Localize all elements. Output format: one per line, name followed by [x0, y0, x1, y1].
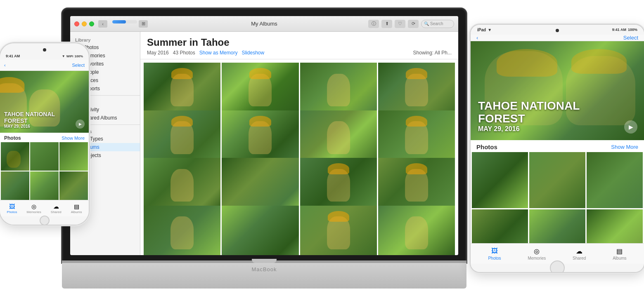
photo-cell[interactable]	[300, 158, 377, 213]
ipad-select-button[interactable]: Select	[623, 35, 638, 41]
iphone-photo[interactable]	[30, 142, 59, 171]
ipad-memories-tab-label: Memories	[528, 256, 546, 260]
album-title: Summer in Tahoe	[147, 37, 452, 48]
ipad-photo[interactable]	[529, 152, 585, 208]
photos-app: ‹ ⊞ My Albums ⓘ ⬆ ♡ ⟳ 🔍 Search	[70, 16, 458, 255]
ipad-memory-title: TAHOE NATIONALFOREST	[478, 100, 580, 125]
titlebar-actions: ⓘ ⬆ ♡ ⟳ 🔍 Search	[368, 20, 454, 28]
back-button[interactable]: ‹	[98, 20, 107, 28]
photo-cell[interactable]	[144, 158, 220, 213]
ipad-statusbar-right: 9:41 AM 100%	[612, 28, 637, 32]
albums-tab-label: Albums	[71, 210, 82, 214]
minimize-button[interactable]	[82, 21, 87, 26]
ipad-shared-tab-label: Shared	[573, 256, 586, 260]
rotate-icon[interactable]: ⟳	[408, 20, 419, 28]
ipad-section-title: Photos	[476, 143, 497, 150]
photo-cell[interactable]	[300, 63, 377, 117]
share-icon[interactable]: ⬆	[381, 20, 392, 28]
iphone-photo[interactable]	[30, 171, 59, 200]
iphone-signal: ▼	[62, 54, 65, 58]
showing-label: Showing: All Ph...	[413, 50, 452, 56]
ipad-camera	[556, 29, 559, 32]
ipad-photo[interactable]	[587, 209, 643, 243]
ipad-tab-photos[interactable]: 🖼 Photos	[488, 247, 501, 260]
photo-cell[interactable]	[222, 158, 298, 213]
iphone-back-button[interactable]: ‹	[4, 63, 6, 68]
photo-cell[interactable]	[144, 206, 220, 256]
photo-cell[interactable]	[300, 110, 377, 165]
photo-cell[interactable]	[378, 206, 455, 256]
photo-cell[interactable]	[222, 206, 298, 256]
show-as-memory-link[interactable]: Show as Memory	[199, 50, 238, 56]
ipad-photo[interactable]	[472, 152, 528, 208]
photo-cell[interactable]: ♥	[144, 110, 220, 165]
search-bar[interactable]: 🔍 Search	[421, 20, 454, 28]
iphone-photo[interactable]	[59, 171, 88, 200]
photos-tab-label: Photos	[7, 210, 17, 214]
iphone-tab-albums[interactable]: ▤ Albums	[71, 203, 82, 214]
iphone-home-bar	[0, 216, 89, 225]
ipad-tab-memories[interactable]: ◎ Memories	[528, 247, 546, 260]
memories-tab-label: Memories	[27, 210, 41, 214]
ipad-home-bar	[471, 264, 644, 272]
iphone-show-more[interactable]: Show More	[62, 136, 85, 141]
photo-grid: ♥ ♥	[140, 59, 458, 255]
iphone-home-button[interactable]	[40, 216, 50, 225]
photos-tab-icon: 🖼	[8, 203, 16, 210]
iphone-photo[interactable]	[59, 142, 88, 171]
app-body: Library 🖼 Photos ◎ Memories ♡ Favorites	[70, 32, 458, 255]
ipad-albums-tab-label: Albums	[613, 256, 626, 260]
iphone-screen: ‹ Select TAHOE NATIONALFOREST MAY 29, 20…	[0, 60, 89, 200]
main-content: Summer in Tahoe May 2016 43 Photos Show …	[140, 32, 458, 255]
ipad-memory-card[interactable]: TAHOE NATIONALFOREST MAY 29, 2016 ▶	[471, 41, 644, 140]
search-placeholder: Search	[430, 21, 443, 26]
progress-bar	[112, 20, 137, 23]
ipad-nav: ‹ Select	[471, 35, 644, 41]
macbook-base	[62, 263, 466, 289]
photo-cell[interactable]	[300, 206, 377, 256]
library-header: Library	[70, 36, 140, 43]
ipad-home-button[interactable]	[550, 260, 565, 272]
ipad-photos-tab-icon: 🖼	[490, 247, 500, 255]
info-icon[interactable]: ⓘ	[368, 20, 379, 28]
photo-cell[interactable]	[222, 110, 298, 165]
macbook-notch	[252, 259, 277, 263]
ipad-photos-tab-label: Photos	[488, 256, 501, 260]
iphone-photo[interactable]	[1, 142, 29, 171]
iphone-notch-area	[0, 43, 89, 52]
photo-cell[interactable]	[144, 63, 220, 117]
ipad-play-button[interactable]: ▶	[624, 120, 637, 134]
ipad-tab-shared[interactable]: ☁ Shared	[573, 247, 586, 260]
maximize-button[interactable]	[89, 21, 94, 26]
ipad-shared-tab-icon: ☁	[574, 247, 584, 255]
ipad-time: 9:41 AM	[612, 28, 626, 32]
expand-button[interactable]: ⊞	[139, 20, 148, 28]
iphone-tab-photos[interactable]: 🖼 Photos	[7, 203, 17, 214]
ipad-back-button[interactable]: ‹	[476, 35, 478, 41]
memory-play-button[interactable]: ▶	[76, 120, 85, 129]
iphone-tab-memories[interactable]: ◎ Memories	[27, 203, 41, 214]
ipad-signal: ▼	[488, 28, 492, 32]
iphone-select-button[interactable]: Select	[72, 63, 85, 68]
memory-title: TAHOE NATIONALFOREST	[4, 111, 55, 124]
photo-cell[interactable]: ♥	[378, 158, 455, 213]
ipad-photo[interactable]	[529, 209, 585, 243]
iphone-photo-grid	[0, 142, 89, 200]
iphone-tab-shared[interactable]: ☁ Shared	[51, 203, 62, 214]
albums-tab-icon: ▤	[72, 203, 80, 210]
macbook-screen: ‹ ⊞ My Albums ⓘ ⬆ ♡ ⟳ 🔍 Search	[62, 8, 466, 263]
iphone-memory-card[interactable]: TAHOE NATIONALFOREST MAY 29, 2016 ▶	[0, 71, 89, 133]
ipad-photo[interactable]	[472, 209, 528, 243]
ipad-show-more[interactable]: Show More	[611, 144, 638, 150]
window-controls	[74, 21, 94, 26]
heart-icon[interactable]: ♡	[395, 20, 405, 28]
iphone-photo[interactable]	[1, 171, 29, 200]
ipad-tab-albums[interactable]: ▤ Albums	[613, 247, 626, 260]
close-button[interactable]	[74, 21, 79, 26]
photo-cell[interactable]	[378, 63, 455, 117]
ipad-photo[interactable]	[587, 152, 643, 208]
iphone-nav: ‹ Select	[0, 60, 89, 71]
slideshow-link[interactable]: Slideshow	[242, 50, 264, 56]
photo-cell[interactable]	[222, 63, 298, 117]
photo-cell[interactable]	[378, 110, 455, 165]
